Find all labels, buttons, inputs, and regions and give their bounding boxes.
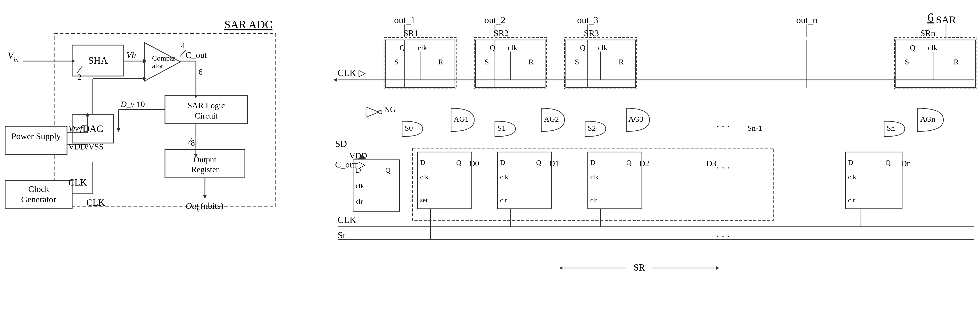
outn-sub: n bbox=[196, 206, 200, 214]
sr3-q: Q bbox=[580, 43, 585, 52]
sr-right-arrow bbox=[716, 266, 719, 270]
sha-label: SHA bbox=[88, 55, 108, 66]
num-8: 8 bbox=[191, 138, 195, 148]
d2-clr: clr bbox=[590, 196, 598, 204]
sr3-r: R bbox=[619, 57, 624, 66]
power-supply-label: Power Supply bbox=[11, 132, 61, 141]
sr2-q: Q bbox=[490, 43, 495, 52]
page: 6 SAR ADC Power Supply Clock Generator S… bbox=[0, 0, 980, 310]
srn-clk: clk bbox=[928, 43, 937, 52]
agn-label: AGn bbox=[920, 114, 935, 123]
right-diagram-svg: SAR out_1 out_2 out_3 out_n SR1 SR2 SR3 … bbox=[330, 0, 980, 304]
cout-right-label: C_out ▷ bbox=[335, 160, 366, 169]
ag2-label: AG2 bbox=[544, 114, 559, 123]
sr3-label: SR3 bbox=[584, 29, 599, 38]
s0-label: S0 bbox=[405, 124, 413, 132]
clk-right-label: CLK ▷ bbox=[338, 68, 366, 78]
dv-label: D_v bbox=[120, 100, 135, 109]
clock-gen-label: Clock bbox=[28, 184, 49, 194]
sd-label: SD bbox=[335, 138, 347, 149]
dn-d: D bbox=[848, 159, 853, 167]
out3-label: out_3 bbox=[577, 15, 598, 25]
sr2-s: S bbox=[485, 57, 489, 66]
outn-nbits: (nbits) bbox=[200, 201, 223, 211]
vh-label: Vh bbox=[126, 50, 136, 60]
sar-logic-label2: Circuit bbox=[195, 111, 218, 120]
output-reg-label2: Register bbox=[191, 165, 219, 174]
dn-label: Dn bbox=[901, 159, 911, 168]
d1-label: D1 bbox=[549, 159, 559, 168]
st-label: St bbox=[338, 230, 345, 240]
ag3-label: AG3 bbox=[628, 114, 643, 123]
num-6: 6 bbox=[199, 67, 203, 76]
clk-bottom-label: CLK bbox=[338, 215, 356, 225]
sn1-label: Sn-1 bbox=[748, 124, 762, 132]
ng-not-gate bbox=[366, 107, 379, 117]
ellipsis-3: · · · bbox=[717, 231, 729, 242]
d0-label: D0 bbox=[469, 159, 479, 168]
clk-left-label: CLK bbox=[68, 177, 87, 188]
srn-r: R bbox=[954, 57, 959, 66]
ellipsis-1: · · · bbox=[717, 121, 729, 132]
sr-left-arrow bbox=[559, 266, 562, 270]
sar-adc-label: SAR ADC bbox=[224, 18, 272, 31]
srn-q: Q bbox=[910, 43, 916, 52]
vin-sub: in bbox=[13, 56, 19, 64]
sr2-clk: clk bbox=[508, 43, 517, 52]
d1-d: D bbox=[500, 159, 505, 167]
ag1-label: AG1 bbox=[453, 114, 469, 123]
vref-label: Vref bbox=[68, 124, 84, 133]
sar-label-right: SAR bbox=[936, 14, 956, 25]
comparator-label: Compar- bbox=[152, 54, 178, 62]
outn-right-label: out_n bbox=[796, 15, 817, 25]
clk-arrow-left bbox=[334, 78, 337, 82]
d1-clk: clk bbox=[500, 173, 508, 181]
sr1-clk: clk bbox=[418, 43, 427, 52]
dn-q: Q bbox=[885, 159, 891, 167]
d2-d: D bbox=[590, 159, 595, 167]
d2-clk: clk bbox=[590, 173, 598, 181]
sar-logic-label: SAR Logic bbox=[188, 101, 225, 110]
d0-clk: clk bbox=[420, 173, 428, 181]
cout-label: C_out bbox=[186, 50, 207, 60]
num-10: 10 bbox=[137, 100, 145, 109]
d2-label: D2 bbox=[639, 159, 649, 168]
outn-arrow bbox=[203, 195, 207, 199]
d3-label: D3 bbox=[706, 159, 716, 168]
srn-label: SRn bbox=[920, 29, 935, 38]
out1-label: out_1 bbox=[394, 15, 415, 25]
d1-q: Q bbox=[536, 159, 541, 167]
dv-arrow bbox=[117, 128, 120, 132]
ng-bubble bbox=[379, 110, 382, 114]
d0-set: set bbox=[420, 196, 428, 204]
num-2: 2 bbox=[77, 72, 81, 82]
sr3-s: S bbox=[575, 57, 579, 66]
out2-label: out_2 bbox=[484, 15, 506, 25]
dff0-q: Q bbox=[385, 166, 390, 174]
sn-label: Sn bbox=[887, 124, 895, 132]
comparator-label2: ator bbox=[152, 62, 164, 70]
dn-clk: clk bbox=[848, 173, 856, 181]
sr1-label: SR1 bbox=[403, 29, 418, 38]
sr-bottom-label: SR bbox=[633, 262, 645, 273]
dn-clr: clr bbox=[848, 196, 855, 204]
sr3-clk: clk bbox=[598, 43, 608, 52]
sr1-r: R bbox=[438, 57, 443, 66]
slash-4 bbox=[180, 50, 186, 57]
sr2-r: R bbox=[528, 57, 534, 66]
sr1-q: Q bbox=[399, 43, 405, 52]
s1-label: S1 bbox=[498, 124, 506, 132]
d0-q: Q bbox=[456, 159, 461, 167]
vddvss-label: VDD/VSS bbox=[68, 142, 103, 151]
ellipsis-2: · · · bbox=[717, 162, 729, 174]
srn-s: S bbox=[905, 57, 909, 66]
s2-label: S2 bbox=[588, 124, 596, 132]
d2-q: Q bbox=[626, 159, 632, 167]
ng-label: NG bbox=[384, 105, 396, 114]
num-4: 4 bbox=[181, 41, 185, 50]
clk-out-label: CLK bbox=[86, 197, 105, 208]
output-reg-label: Output bbox=[194, 155, 216, 164]
dff0-clr: clr bbox=[356, 198, 363, 205]
left-diagram-svg: SAR ADC Power Supply Clock Generator SHA… bbox=[0, 0, 330, 283]
dff0-clk: clk bbox=[356, 182, 364, 190]
